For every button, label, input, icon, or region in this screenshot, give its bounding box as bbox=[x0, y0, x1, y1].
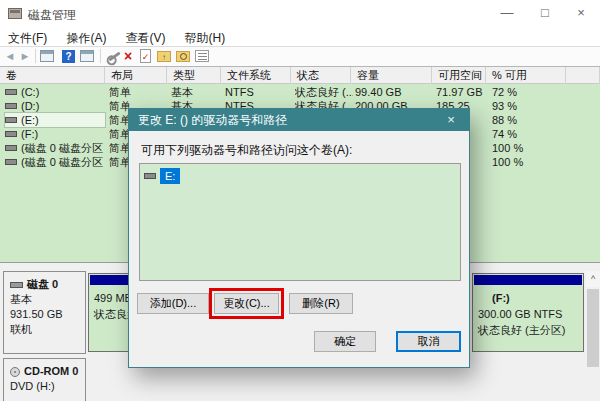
scrollbar-thumb[interactable] bbox=[587, 289, 599, 367]
drive-icon bbox=[5, 89, 17, 95]
dialog-label: 可用下列驱动器号和路径访问这个卷(A): bbox=[141, 142, 352, 159]
cdrom-name: CD-ROM 0 bbox=[24, 365, 78, 377]
volume-pct: 93 % bbox=[492, 99, 562, 113]
app-icon bbox=[8, 8, 22, 19]
cdrom-icon bbox=[10, 367, 20, 377]
volume-name: (E:) bbox=[21, 114, 39, 126]
volume-free: 71.97 GB bbox=[436, 85, 488, 99]
properties-check-icon[interactable]: ✓ bbox=[140, 49, 151, 63]
volume-layout: 简单 bbox=[109, 85, 165, 99]
header-filesystem[interactable]: 文件系统 bbox=[221, 67, 291, 84]
details-view-icon[interactable] bbox=[195, 50, 209, 62]
maximize-button[interactable]: □ bbox=[526, 0, 564, 26]
drive-icon bbox=[5, 103, 17, 109]
header-volume[interactable]: 卷 bbox=[0, 67, 105, 84]
drive-icon bbox=[144, 173, 156, 179]
cancel-button[interactable]: 取消 bbox=[396, 331, 461, 352]
console-window-icon[interactable] bbox=[40, 50, 54, 62]
new-window-icon[interactable] bbox=[80, 50, 94, 62]
wrench-icon[interactable] bbox=[108, 52, 120, 62]
drive-icon bbox=[5, 131, 17, 137]
header-layout[interactable]: 布局 bbox=[105, 67, 167, 84]
close-button[interactable]: × bbox=[562, 0, 600, 26]
scroll-up-icon[interactable]: ^ bbox=[586, 271, 600, 287]
header-status[interactable]: 状态 bbox=[291, 67, 351, 84]
drive-icon bbox=[5, 159, 17, 165]
volume-pct: 74 % bbox=[492, 127, 562, 141]
partition-status: 状态良好 (主分区) bbox=[478, 322, 565, 338]
volume-pct: 72 % bbox=[492, 85, 562, 99]
volume-pct: 88 % bbox=[492, 113, 562, 127]
volume-fs: NTFS bbox=[225, 85, 289, 99]
change-drive-letter-dialog: 更改 E: () 的驱动器号和路径 × 可用下列驱动器号和路径访问这个卷(A):… bbox=[128, 108, 470, 368]
menu-view[interactable]: 查看(V) bbox=[117, 28, 173, 47]
volume-name: (F:) bbox=[21, 128, 38, 140]
forward-icon[interactable]: ► bbox=[17, 49, 33, 64]
selected-drive-letter: E: bbox=[160, 168, 180, 184]
window-title: 磁盘管理 bbox=[28, 7, 76, 24]
drive-path-listbox[interactable]: E: bbox=[139, 163, 461, 281]
toolbar-separator bbox=[100, 49, 101, 63]
drive-icon bbox=[5, 117, 17, 123]
window-titlebar: 磁盘管理 — □ × bbox=[0, 0, 600, 28]
volume-capacity: 99.40 GB bbox=[355, 85, 431, 99]
menu-bar: 文件(F) 操作(A) 查看(V) 帮助(H) bbox=[0, 28, 600, 47]
partition-size-fs: 300.00 GB NTFS bbox=[478, 306, 565, 322]
cdrom-drive: DVD (H:) bbox=[10, 379, 85, 394]
volume-type: 基本 bbox=[171, 85, 221, 99]
dialog-title: 更改 E: () 的驱动器号和路径 bbox=[129, 109, 469, 131]
disk-icon bbox=[10, 282, 23, 288]
menu-action[interactable]: 操作(A) bbox=[58, 28, 114, 47]
volume-name: (磁盘 0 磁盘分区 2) bbox=[21, 156, 105, 168]
help-icon[interactable]: ? bbox=[62, 50, 75, 63]
header-capacity[interactable]: 容量 bbox=[351, 67, 432, 84]
disk0-type: 基本 bbox=[10, 292, 85, 307]
toolbar-separator bbox=[35, 49, 36, 63]
delete-volume-icon[interactable]: × bbox=[120, 49, 136, 64]
header-type[interactable]: 类型 bbox=[167, 67, 221, 84]
ok-button[interactable]: 确定 bbox=[314, 331, 376, 352]
add-button[interactable]: 添加(D)... bbox=[137, 293, 209, 314]
volume-pct: 100 % bbox=[492, 155, 562, 169]
folder-up-icon[interactable]: ↑ bbox=[157, 51, 171, 62]
drive-icon bbox=[5, 145, 17, 151]
back-icon[interactable]: ◄ bbox=[2, 49, 18, 64]
disk0-info-box[interactable]: 磁盘 0 基本 931.50 GB 联机 bbox=[3, 271, 86, 354]
header-pct-free[interactable]: % 可用 bbox=[486, 67, 566, 84]
disk0-name: 磁盘 0 bbox=[27, 278, 58, 290]
list-item[interactable]: E: bbox=[144, 168, 180, 184]
menu-file[interactable]: 文件(F) bbox=[0, 28, 55, 47]
partition-status-strip bbox=[474, 275, 582, 285]
disk0-size: 931.50 GB bbox=[10, 307, 85, 322]
volume-name: (C:) bbox=[21, 86, 39, 98]
folder-search-icon[interactable] bbox=[176, 51, 190, 62]
vertical-scrollbar[interactable]: ^ bbox=[586, 271, 600, 401]
header-free-space[interactable]: 可用空间 bbox=[432, 67, 486, 84]
partition-f[interactable]: (F:) 300.00 GB NTFS 状态良好 (主分区) bbox=[472, 273, 584, 352]
header-empty bbox=[566, 67, 600, 84]
cdrom-info-box[interactable]: CD-ROM 0 DVD (H:) bbox=[3, 358, 86, 401]
partition-name: (F:) bbox=[492, 290, 565, 306]
change-button[interactable]: 更改(C)... bbox=[214, 293, 279, 314]
table-row[interactable]: (C:) 简单 基本 NTFS 状态良好 (... 99.40 GB 71.97… bbox=[0, 85, 600, 99]
minimize-button[interactable]: — bbox=[488, 0, 526, 26]
disk0-status: 联机 bbox=[10, 322, 85, 337]
volume-status: 状态良好 (... bbox=[295, 85, 353, 99]
table-header: 卷 布局 类型 文件系统 状态 容量 可用空间 % 可用 bbox=[0, 67, 600, 84]
volume-name: (磁盘 0 磁盘分区 1) bbox=[21, 142, 105, 154]
volume-pct: 100 % bbox=[492, 141, 562, 155]
toolbar: ◄ ► ? × ✓ ↑ bbox=[0, 47, 600, 66]
menu-help[interactable]: 帮助(H) bbox=[177, 28, 234, 47]
volume-name: (D:) bbox=[21, 100, 39, 112]
remove-button[interactable]: 删除(R) bbox=[289, 293, 353, 314]
dialog-close-icon[interactable]: × bbox=[435, 109, 467, 131]
